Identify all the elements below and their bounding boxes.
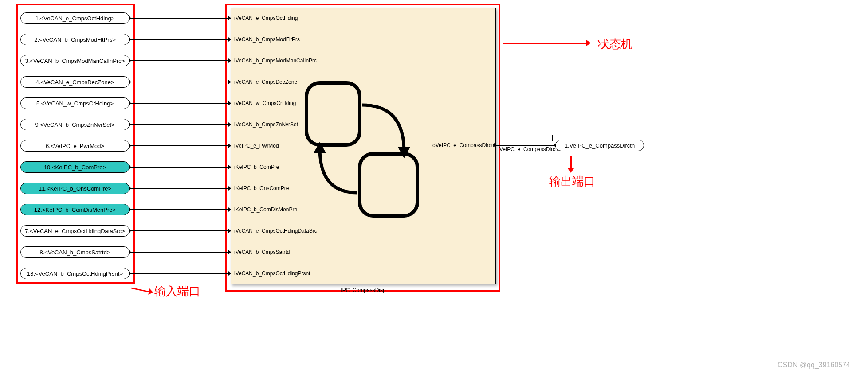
watermark: CSDN @qq_39160574 (778, 361, 850, 369)
chart-inport-arrow-icon (228, 16, 231, 20)
input-wire (130, 39, 231, 40)
input-wire (130, 252, 231, 253)
chart-inport-label: iKeIPC_b_ComDisMenPre (234, 207, 297, 213)
output-arrow (570, 156, 572, 169)
chart-inport-label: iVeCAN_b_CmpsOctHdingPrsnt (234, 270, 310, 277)
input-port-label: 5.<VeCAN_w_CmpsCrHding> (36, 100, 114, 107)
input-wire (130, 209, 231, 210)
input-port-block[interactable]: 12.<KeIPC_b_ComDisMenPre> (20, 204, 130, 215)
chart-inport-label: iVeCAN_e_CmpsOctHding (234, 15, 298, 21)
chart-inport-label: iVeIPC_e_PwrMod (234, 143, 279, 149)
chart-inport-arrow-icon (228, 165, 231, 169)
chart-inport-label: iVeCAN_b_CmpsSatrtd (234, 249, 290, 255)
chart-inport-arrow-icon (228, 207, 231, 212)
input-port-label: 10.<KeIPC_b_ComPre> (44, 164, 106, 171)
chart-name-label: IPC_CompassDisp (231, 287, 496, 293)
input-port-label: 2.<VeCAN_b_CmpsModFltPrs> (34, 36, 116, 43)
port-tick-icon (554, 143, 556, 148)
chart-inport-label: iVeCAN_b_CmpsZnNvrSet (234, 121, 298, 128)
chart-inport-label: iKeIPC_b_OnsComPre (234, 185, 289, 191)
svg-rect-0 (306, 83, 360, 145)
chart-inport-arrow-icon (228, 122, 231, 127)
input-wire (130, 230, 231, 231)
input-port-block[interactable]: 3.<VeCAN_b_CmpsModManCalInPrc> (20, 55, 130, 66)
chart-inport-arrow-icon (228, 37, 231, 42)
output-port-label: 1.VeIPC_e_CompassDirctn (565, 142, 635, 149)
input-port-label: 13.<VeCAN_b_CmpsOctHdingPrsnt> (27, 270, 123, 277)
input-port-label: 9.<VeCAN_b_CmpsZnNvrSet> (35, 121, 114, 128)
stateflow-icon (302, 78, 426, 220)
input-wire (130, 124, 231, 125)
chart-inport-arrow-icon (228, 271, 231, 276)
output-signal-label: VeIPC_e_CompassDirctn (499, 146, 560, 152)
svg-rect-1 (360, 154, 417, 216)
output-port-block[interactable]: 1.VeIPC_e_CompassDirctn (555, 140, 644, 151)
inputs-label: 输入端口 (154, 284, 200, 299)
chart-inport-arrow-icon (228, 101, 231, 105)
output-label: 输出端口 (549, 174, 595, 189)
input-port-block[interactable]: 13.<VeCAN_b_CmpsOctHdingPrsnt> (20, 268, 130, 279)
chart-inport-label: iVeCAN_e_CmpsDecZone (234, 79, 297, 85)
input-port-label: 1.<VeCAN_e_CmpsOctHding> (35, 15, 114, 22)
input-port-label: 6.<VeIPC_e_PwrMod> (46, 143, 104, 149)
input-wire (130, 273, 231, 274)
input-wire (130, 18, 231, 19)
inputs-arrow (131, 288, 150, 293)
input-port-label: 4.<VeCAN_e_CmpsDecZone> (35, 79, 114, 86)
input-port-block[interactable]: 2.<VeCAN_b_CmpsModFltPrs> (20, 34, 130, 45)
chart-inport-arrow-icon (228, 186, 231, 191)
input-wire (130, 103, 231, 104)
input-port-block[interactable]: 4.<VeCAN_e_CmpsDecZone> (20, 76, 130, 88)
chart-inport-arrow-icon (228, 80, 231, 84)
input-wire (130, 188, 231, 189)
statemachine-arrow (503, 43, 587, 44)
chart-inport-arrow-icon (228, 250, 231, 254)
input-port-label: 7.<VeCAN_e_CmpsOctHdingDataSrc> (25, 228, 125, 234)
input-wire (130, 167, 231, 168)
chart-inport-label: iKeIPC_b_ComPre (234, 164, 279, 170)
chart-outport-label: oVeIPC_e_CompassDirctn (432, 142, 495, 148)
diagram-canvas: IPC_CompassDisp 1.<VeCAN_e_CmpsOctHding>… (0, 0, 868, 378)
chart-inport-label: iVeCAN_w_CmpsCrHding (234, 100, 296, 106)
chart-outport-arrow-icon (494, 143, 496, 147)
input-wire (130, 145, 231, 146)
input-wire (130, 60, 231, 61)
input-port-block[interactable]: 7.<VeCAN_e_CmpsOctHdingDataSrc> (20, 225, 130, 237)
output-tick (552, 135, 553, 141)
input-port-label: 12.<KeIPC_b_ComDisMenPre> (34, 207, 116, 213)
output-wire (496, 145, 554, 146)
chart-inport-arrow-icon (228, 229, 231, 233)
input-port-block[interactable]: 1.<VeCAN_e_CmpsOctHding> (20, 12, 130, 24)
chart-inport-label: iVeCAN_b_CmpsModFltPrs (234, 36, 300, 43)
chart-inport-label: iVeCAN_b_CmpsModManCalInPrc (234, 58, 317, 64)
input-port-block[interactable]: 8.<VeCAN_b_CmpsSatrtd> (20, 246, 130, 258)
input-port-block[interactable]: 11.<KeIPC_b_OnsComPre> (20, 183, 130, 194)
input-port-label: 3.<VeCAN_b_CmpsModManCalInPrc> (25, 58, 125, 64)
input-port-block[interactable]: 6.<VeIPC_e_PwrMod> (20, 140, 130, 152)
input-port-block[interactable]: 5.<VeCAN_w_CmpsCrHding> (20, 97, 130, 109)
statemachine-label: 状态机 (598, 36, 632, 52)
input-port-label: 11.<KeIPC_b_OnsComPre> (39, 185, 111, 192)
input-port-label: 8.<VeCAN_b_CmpsSatrtd> (40, 249, 110, 256)
chart-inport-label: iVeCAN_e_CmpsOctHdingDataSrc (234, 228, 317, 234)
input-port-block[interactable]: 10.<KeIPC_b_ComPre> (20, 161, 130, 173)
input-wire (130, 82, 231, 82)
input-port-block[interactable]: 9.<VeCAN_b_CmpsZnNvrSet> (20, 119, 130, 130)
chart-inport-arrow-icon (228, 58, 231, 63)
chart-inport-arrow-icon (228, 144, 231, 148)
